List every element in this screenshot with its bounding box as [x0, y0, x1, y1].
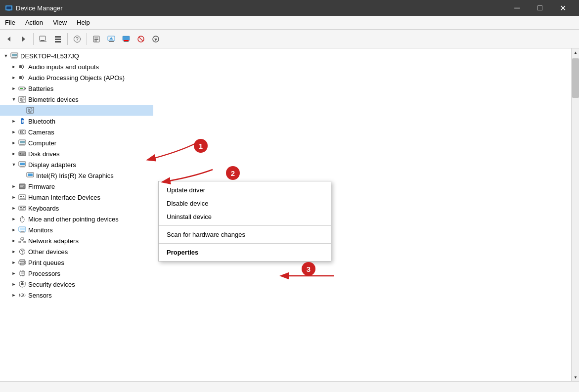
hid-expand[interactable]: ►: [10, 193, 18, 201]
svg-rect-75: [20, 209, 24, 210]
processors-icon: [18, 269, 27, 277]
list-view-button[interactable]: [51, 32, 65, 46]
svg-line-88: [22, 241, 25, 241]
help-button[interactable]: ?: [70, 32, 84, 46]
toolbar: ?: [0, 30, 579, 48]
tree-item-disk[interactable]: ► Disk drives: [0, 148, 571, 159]
update-driver-toolbar-button[interactable]: [104, 32, 118, 46]
batteries-icon: [18, 85, 27, 92]
show-all-button[interactable]: [36, 32, 50, 46]
sensors-icon: [18, 291, 27, 299]
tree-item-audio-io[interactable]: ► Audio inputs and outputs: [0, 61, 571, 72]
firmware-expand[interactable]: ►: [10, 182, 18, 190]
disk-expand[interactable]: ►: [10, 150, 18, 158]
tree-item-biometric-child[interactable]: ►: [0, 105, 153, 116]
ctx-separator-1: [159, 225, 331, 226]
tree-item-sensors[interactable]: ► Sensors: [0, 290, 571, 301]
svg-rect-70: [19, 206, 26, 210]
svg-rect-40: [27, 107, 34, 113]
svg-rect-64: [20, 186, 23, 187]
svg-rect-58: [21, 166, 24, 167]
tree-item-security[interactable]: ► Security devices: [0, 279, 571, 290]
monitors-expand[interactable]: ►: [10, 226, 18, 234]
maximize-button[interactable]: □: [529, 0, 551, 16]
close-button[interactable]: ✕: [551, 0, 574, 16]
svg-text:?: ?: [21, 249, 24, 255]
tree-item-computer[interactable]: ► Computer: [0, 137, 571, 148]
ctx-update-driver[interactable]: Update driver: [159, 183, 331, 197]
svg-marker-26: [154, 39, 157, 41]
svg-marker-3: [7, 37, 10, 42]
menu-view[interactable]: View: [48, 17, 72, 28]
svg-rect-6: [41, 40, 44, 41]
security-expand[interactable]: ►: [10, 280, 18, 288]
network-label: Network adapters: [28, 237, 79, 245]
properties-button[interactable]: [89, 32, 103, 46]
svg-rect-49: [20, 141, 25, 143]
bluetooth-expand[interactable]: ►: [10, 117, 18, 125]
menu-file[interactable]: File: [0, 17, 20, 28]
svg-rect-83: [21, 238, 24, 240]
ctx-disable-device[interactable]: Disable device: [159, 197, 331, 210]
svg-point-94: [24, 262, 25, 263]
monitors-label: Monitors: [28, 226, 53, 234]
apo-expand[interactable]: ►: [10, 74, 18, 82]
computer-expand[interactable]: ►: [10, 139, 18, 147]
sensors-expand[interactable]: ►: [10, 291, 18, 299]
svg-rect-22: [124, 41, 129, 42]
window-controls: ─ □ ✕: [506, 0, 574, 16]
svg-point-53: [20, 153, 21, 155]
forward-button[interactable]: [17, 32, 31, 46]
minimize-button[interactable]: ─: [506, 0, 529, 16]
scroll-up-arrow[interactable]: ▲: [572, 48, 579, 56]
menu-help[interactable]: Help: [72, 17, 95, 28]
svg-rect-71: [20, 207, 21, 208]
mice-expand[interactable]: ►: [10, 215, 18, 223]
cameras-icon: [18, 128, 27, 136]
svg-rect-30: [11, 58, 17, 59]
processors-expand[interactable]: ►: [10, 269, 18, 277]
computer-icon-2: [18, 139, 27, 147]
tree-item-bluetooth[interactable]: ► ʙ Bluetooth: [0, 116, 571, 127]
svg-rect-29: [12, 57, 16, 58]
scroll-thumb[interactable]: [572, 58, 579, 98]
tree-item-cameras[interactable]: ► Cameras: [0, 127, 571, 137]
svg-rect-65: [19, 195, 26, 200]
cameras-expand[interactable]: ►: [10, 128, 18, 136]
bluetooth-label: Bluetooth: [28, 118, 55, 125]
menu-action[interactable]: Action: [20, 17, 48, 28]
tree-item-biometric[interactable]: ▼ Biometric devices: [0, 94, 571, 105]
uninstall-device-toolbar-button[interactable]: [134, 32, 148, 46]
other-expand[interactable]: ►: [10, 248, 18, 256]
back-button[interactable]: [2, 32, 16, 46]
svg-rect-104: [22, 283, 23, 284]
other-label: Other devices: [28, 248, 68, 256]
ctx-uninstall-device[interactable]: Uninstall device: [159, 210, 331, 223]
ctx-properties[interactable]: Properties: [159, 246, 331, 259]
scroll-down-arrow[interactable]: ▼: [572, 373, 579, 381]
tree-item-processors[interactable]: ► Processors: [0, 268, 571, 279]
tree-item-batteries[interactable]: ► Batteries: [0, 83, 571, 94]
tree-item-apo[interactable]: ► Audio Processing Objects (APOs): [0, 72, 571, 83]
ctx-scan-hardware[interactable]: Scan for hardware changes: [159, 228, 331, 241]
svg-rect-34: [20, 88, 23, 89]
svg-rect-54: [22, 153, 25, 154]
security-icon: [18, 280, 27, 288]
keyboard-expand[interactable]: ►: [10, 204, 18, 212]
biometric-expand[interactable]: ▼: [10, 95, 18, 103]
tree-item-gpu[interactable]: ► Intel(R) Iris(R) Xe Graphics: [0, 170, 571, 181]
title-bar: Device Manager ─ □ ✕: [0, 0, 579, 16]
root-expand[interactable]: ▼: [2, 52, 10, 60]
svg-rect-69: [20, 198, 25, 199]
batteries-expand[interactable]: ►: [10, 85, 18, 92]
display-expand[interactable]: ▼: [10, 161, 18, 169]
tree-root[interactable]: ▼ DESKTOP-4L537JQ: [0, 50, 571, 61]
audio-io-expand[interactable]: ►: [10, 63, 18, 71]
tree-item-display[interactable]: ▼ Display adapters: [0, 159, 571, 170]
scan-hardware-toolbar-button[interactable]: [149, 32, 163, 46]
scrollbar[interactable]: ▲ ▼: [571, 48, 579, 381]
print-expand[interactable]: ►: [10, 259, 18, 266]
network-expand[interactable]: ►: [10, 237, 18, 245]
monitors-icon: [18, 226, 27, 234]
disable-device-toolbar-button[interactable]: [119, 32, 133, 46]
